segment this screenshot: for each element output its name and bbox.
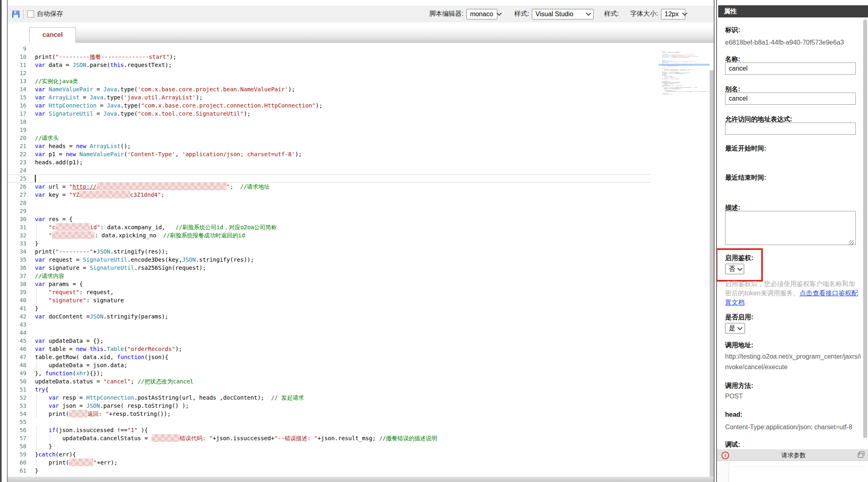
code-line[interactable]: 60 print("+err);	[8, 458, 651, 467]
code-line[interactable]: 20//请求头	[8, 134, 651, 142]
code-line[interactable]: 61}	[8, 467, 651, 475]
code-token	[35, 297, 49, 303]
code-line[interactable]: 11var data = JSON.parse(this.requestText…	[8, 61, 651, 69]
line-content: }	[35, 442, 651, 450]
code-token: ){});	[86, 370, 103, 377]
code-line[interactable]: 32 ": data.xpicking_no //刷脸系统报餐成功时返回的id	[8, 231, 651, 239]
code-line[interactable]: 26var url = "http://"; //请求地址	[8, 183, 651, 191]
code-line[interactable]: 28	[8, 199, 651, 207]
chevron-down-icon	[737, 266, 743, 271]
code-line[interactable]: 13//实例化java类	[8, 77, 651, 85]
code-token: .parse( resp.toString() );	[100, 402, 189, 409]
line-number: 12	[8, 69, 35, 77]
code-line[interactable]: 44	[8, 329, 651, 337]
editor-select[interactable]: monaco	[466, 9, 497, 19]
code-token: c3Z1dnd4";	[130, 192, 164, 198]
alias-input[interactable]	[725, 93, 856, 105]
code-line[interactable]: 48 updateData = json.data;	[8, 361, 651, 369]
code-line[interactable]: 52 var resp = HttpConnection.postAsStrin…	[8, 394, 651, 402]
code-line[interactable]: 46var table = new this.Table("orderRecor…	[8, 345, 651, 353]
code-editor[interactable]: 910print("---------撤餐--------------start…	[8, 43, 714, 482]
line-number: 56	[8, 426, 35, 434]
code-line[interactable]: 19	[8, 126, 651, 134]
code-line[interactable]: 27var key = "YZc3Z1dnd4";	[8, 191, 651, 199]
panel-scrollbar-thumb[interactable]	[863, 19, 867, 438]
code-line[interactable]: 36var signature = SignatureUtil.rsa256Si…	[8, 264, 651, 272]
code-line[interactable]: 25	[8, 174, 651, 183]
code-line[interactable]: 16var HttpConnection = Java.type("com.x.…	[8, 101, 651, 110]
name-input[interactable]	[725, 62, 856, 75]
line-content: //请求内容	[35, 272, 651, 280]
textarea-resize-grip[interactable]	[849, 240, 854, 245]
line-number: 50	[8, 377, 35, 385]
code-line[interactable]: 53 var json = JSON.parse( resp.toString(…	[8, 402, 651, 410]
enable-select[interactable]: 是	[725, 323, 745, 334]
code-line[interactable]: 41}	[8, 304, 651, 312]
redacted-text	[151, 434, 180, 442]
allow-address-input[interactable]	[725, 123, 856, 135]
code-line[interactable]: 58 }	[8, 442, 651, 450]
code-line[interactable]: 31 "cid": data.xcompany_id, //刷脸系统公司id，对…	[8, 223, 651, 231]
code-line[interactable]: 40 "signature": signature	[8, 296, 651, 304]
panel-header: 属性	[718, 5, 868, 17]
code-token: 'Content-Type'	[127, 151, 175, 157]
code-line[interactable]: 34print("---------"+JSON.stringify(res))…	[8, 247, 651, 256]
code-line[interactable]: 56 if(json.issuccessed !=="1" ){	[8, 426, 651, 434]
code-token: Java	[107, 102, 121, 109]
code-line[interactable]: 51try{	[8, 385, 651, 394]
auth-select[interactable]: 否	[725, 264, 744, 274]
line-content: var NameValuePair = Java.type('com.x.bas…	[35, 85, 651, 93]
code-line[interactable]: 24	[8, 166, 651, 174]
code-line[interactable]: 49}, function(xhr){});	[8, 369, 651, 377]
code-line[interactable]: 18	[8, 118, 651, 126]
code-line[interactable]: 30var res = {	[8, 215, 651, 223]
editor-scrollbar-thumb[interactable]	[710, 70, 714, 482]
fontsize-select[interactable]: 12px	[661, 9, 685, 19]
code-line[interactable]: 12	[8, 69, 651, 77]
code-line[interactable]: 21var heads = new ArrayList();	[8, 142, 651, 150]
restore-window-icon[interactable]	[858, 453, 863, 458]
code-line[interactable]: 43	[8, 321, 651, 329]
debug-editor-area[interactable]	[717, 461, 868, 482]
info-icon[interactable]: i	[721, 452, 729, 459]
line-content: var updateData = {};	[35, 337, 651, 345]
code-token: new	[76, 346, 86, 352]
code-line[interactable]: 55	[8, 418, 651, 426]
code-line[interactable]: 47table.getRow( data.xid, function(json)…	[8, 353, 651, 361]
line-content: updateData = json.data;	[35, 361, 651, 369]
code-line[interactable]: 45var updateData = {};	[8, 337, 651, 345]
line-content: var docContent =JSON.stringify(params);	[35, 312, 651, 321]
code-line[interactable]: 22var p1 = new NameValuePair('Content-Ty…	[8, 150, 651, 158]
code-line[interactable]: 59}catch(err){	[8, 450, 651, 458]
code-line[interactable]: 33}	[8, 239, 651, 247]
code-line[interactable]: 10print("---------撤餐--------------start"…	[8, 53, 651, 61]
code-line[interactable]: 23heads.add(p1);	[8, 158, 651, 166]
code-line[interactable]: 39 "request": request,	[8, 288, 651, 296]
description-textarea[interactable]	[725, 211, 856, 245]
line-number: 33	[8, 239, 35, 247]
code-line[interactable]: 61}	[659, 95, 710, 95]
code-line[interactable]: 29	[8, 207, 651, 215]
code-line[interactable]: 50updateData.status = "cancel"; //把状态改为c…	[8, 377, 651, 385]
code-line[interactable]: 17var SignatureUtil = Java.type("com.x.t…	[8, 110, 651, 118]
code-token	[35, 394, 49, 401]
code-token: if	[49, 427, 56, 433]
code-line[interactable]: 9	[8, 45, 651, 53]
code-token: .	[104, 346, 107, 352]
code-line[interactable]: 37//请求内容	[8, 272, 651, 280]
code-line[interactable]: 38var params = {	[8, 280, 651, 288]
code-line[interactable]: 14var NameValuePair = Java.type('com.x.b…	[8, 85, 651, 93]
autosave-checkbox[interactable]	[27, 11, 34, 17]
code-token: JSON	[73, 62, 86, 68]
code-line[interactable]: 35var request = SignatureUtil.encode3Des…	[8, 256, 651, 264]
code-line[interactable]: 15var ArrayList = Java.type('java.util.A…	[8, 93, 651, 101]
code-line[interactable]: 42var docContent =JSON.stringify(params)…	[8, 312, 651, 321]
call-method-label: 调用方法:	[725, 382, 753, 390]
tab-cancel[interactable]: cancel	[29, 27, 76, 43]
save-icon[interactable]	[12, 10, 20, 18]
code-line[interactable]: 57 updateData.cancelStatus = 错误代码: "+jso…	[8, 434, 651, 442]
code-line[interactable]: 54 print(返回: "+resp.toString());	[8, 410, 651, 418]
line-number: 61	[8, 467, 35, 475]
style-select[interactable]: Visual Studio	[532, 9, 594, 19]
call-url-label: 调用地址:	[725, 341, 753, 350]
